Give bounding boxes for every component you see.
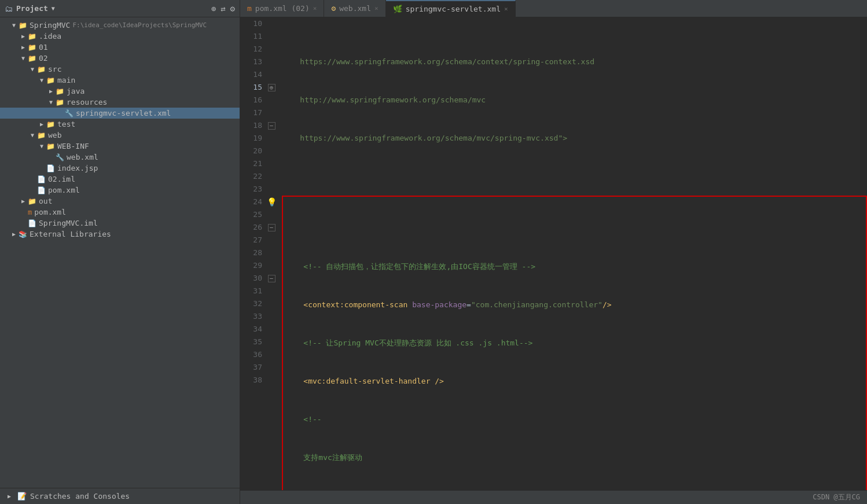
tree-label-springmvc: SpringMVC [30, 21, 70, 30]
tree-item-external-libs[interactable]: ▶ 📚 External Libraries [0, 229, 240, 240]
code-line-20: 在spring中一般采用@RequestMapping注解来完成映射关系 [285, 490, 864, 490]
gutter-14 [266, 68, 277, 81]
tree-item-webinf[interactable]: ▼ 📁 WEB-INF [0, 141, 240, 152]
gutter-29 [266, 259, 277, 272]
tree-item-web-xml[interactable]: ▶ 🔧 web.xml [0, 152, 240, 163]
tree-item-test[interactable]: ▶ 📁 test [0, 119, 240, 130]
tree-label-out: out [39, 197, 52, 205]
tab-close-servlet[interactable]: × [504, 5, 508, 13]
gutter-37 [266, 361, 277, 374]
gutter-fold-15[interactable]: ⊕ [268, 84, 275, 91]
code-line-18: <!-- [285, 413, 864, 426]
tab-pom[interactable]: m pom.xml (02) × [240, 0, 324, 17]
tree-item-01[interactable]: ▶ 📁 01 [0, 42, 240, 53]
folder-icon-main: 📁 [46, 76, 55, 84]
tree-item-java[interactable]: ▶ 📁 java [0, 86, 240, 97]
gutter-28 [266, 247, 277, 259]
gutter-fold-26[interactable]: − [268, 224, 275, 231]
tree-item-springmvc-servlet[interactable]: ▶ 🔧 springmvc-servlet.xml [0, 108, 240, 119]
gutter-12 [266, 43, 277, 56]
bulb-icon[interactable]: 💡 [267, 197, 277, 207]
tab-close-pom[interactable]: × [313, 5, 317, 12]
tree-item-02[interactable]: ▼ 📁 02 [0, 53, 240, 64]
tree-label-test: test [57, 120, 75, 128]
tree-arrow-idea: ▶ [19, 33, 28, 39]
tree-label-resources: resources [67, 98, 107, 106]
file-icon-pom-02: 📄 [37, 186, 46, 194]
tree-arrow-webinf: ▼ [37, 143, 46, 149]
gutter-15[interactable]: ⊕ [266, 81, 277, 94]
tree-item-out[interactable]: ▶ 📁 out [0, 196, 240, 207]
tree-label-02-iml: 02.iml [48, 175, 75, 183]
file-icon-springmvc-iml: 📄 [28, 219, 36, 227]
tree-label-ext-libs: External Libraries [30, 230, 111, 238]
tree-label-web: web [48, 131, 61, 139]
tree-item-web[interactable]: ▼ 📁 web [0, 130, 240, 141]
gutter-19 [266, 132, 277, 145]
tree-path-hint-springmvc: F:\idea_code\IdeaProjects\SpringMVC [72, 21, 207, 29]
tree-arrow-out: ▶ [19, 198, 28, 204]
gutter-11 [266, 30, 277, 43]
sidebar-toolbar: ⊕ ⇄ ⚙ [211, 4, 235, 13]
tree-item-02-iml[interactable]: ▶ 📄 02.iml [0, 174, 240, 185]
tree-arrow-01: ▶ [19, 44, 28, 50]
tree-arrow-springmvc: ▼ [9, 22, 19, 28]
tree-item-springmvc[interactable]: ▼ 📁 SpringMVC F:\idea_code\IdeaProjects\… [0, 20, 240, 31]
gutter-18[interactable]: − [266, 119, 277, 132]
tree-label-02: 02 [39, 54, 48, 62]
tree-item-resources[interactable]: ▼ 📁 resources [0, 97, 240, 108]
code-line-11: http://www.springframework.org/schema/mv… [282, 94, 867, 106]
sidebar-item-scratches[interactable]: ▶ 📝 Scratches and Consoles [0, 488, 240, 504]
file-icon-pom-root: m [28, 208, 32, 216]
tree-item-main[interactable]: ▼ 📁 main [0, 75, 240, 86]
tree-item-springmvc-iml[interactable]: ▶ 📄 SpringMVC.iml [0, 218, 240, 229]
file-icon-web-xml: 🔧 [56, 153, 64, 161]
tree-label-web-xml: web.xml [67, 153, 98, 161]
tree-arrow-resources: ▼ [46, 99, 56, 105]
file-icon-index-jsp: 📄 [46, 164, 55, 172]
tree-item-index-jsp[interactable]: ▶ 📄 index.jsp [0, 163, 240, 174]
tree-item-src[interactable]: ▼ 📁 src [0, 64, 240, 75]
folder-icon-02: 📁 [28, 54, 36, 62]
tree-label-main: main [57, 76, 75, 84]
project-dropdown-icon[interactable]: ▼ [52, 5, 55, 12]
tree-label-java: java [67, 87, 85, 95]
gutter-26[interactable]: − [266, 221, 277, 234]
sidebar-title-area[interactable]: 🗂 Project ▼ [5, 4, 55, 13]
add-content-icon[interactable]: ⊕ [211, 4, 216, 13]
status-text: CSDN @五月CG [813, 492, 860, 502]
settings-icon[interactable]: ⚙ [230, 4, 235, 13]
gutter-27 [266, 234, 277, 247]
folder-icon-test: 📁 [46, 120, 55, 128]
code-line-16: <!-- 让Spring MVC不处理静态资源 比如 .css .js .htm… [285, 337, 864, 350]
tree-label-springmvc-iml: SpringMVC.iml [39, 219, 98, 227]
gutter-30[interactable]: − [266, 272, 277, 285]
gutter-fold-30[interactable]: − [268, 275, 275, 282]
gutter-21 [266, 157, 277, 170]
file-icon-02-iml: 📄 [37, 175, 46, 183]
tab-label-web: web.xml [339, 4, 371, 13]
tab-web[interactable]: ⚙ web.xml × [324, 0, 385, 17]
tab-servlet[interactable]: 🌿 springmvc-servlet.xml × [386, 0, 516, 17]
gutter-fold-18[interactable]: − [268, 122, 275, 130]
tree-arrow-src: ▼ [28, 66, 37, 72]
gutter-20 [266, 145, 277, 157]
folder-icon-java: 📁 [56, 87, 64, 95]
folder-icon-resources: 📁 [56, 98, 64, 106]
tree-arrow-scratches: ▶ [5, 493, 14, 499]
sync-icon[interactable]: ⇄ [221, 4, 225, 13]
folder-icon-01: 📁 [28, 43, 36, 51]
tab-close-web[interactable]: × [374, 5, 379, 12]
tree-arrow-main: ▼ [37, 77, 46, 83]
sidebar: 🗂 Project ▼ ⊕ ⇄ ⚙ ▼ 📁 SpringMVC F:\idea_… [0, 0, 240, 504]
gutter-33 [266, 310, 277, 323]
tree-item-pom-02[interactable]: ▶ 📄 pom.xml [0, 185, 240, 196]
code-content[interactable]: https://www.springframework.org/schema/c… [277, 17, 867, 490]
gutter-34 [266, 323, 277, 336]
tree-item-pom-root[interactable]: ▶ m pom.xml [0, 207, 240, 218]
code-editor[interactable]: 10 11 12 13 14 15 16 17 18 19 20 21 22 2… [240, 17, 867, 490]
tree-arrow-ext-libs: ▶ [9, 231, 19, 237]
tree-item-idea[interactable]: ▶ 📁 .idea [0, 31, 240, 42]
tree-arrow-java: ▶ [46, 88, 56, 94]
folder-icon-webinf: 📁 [46, 142, 55, 150]
